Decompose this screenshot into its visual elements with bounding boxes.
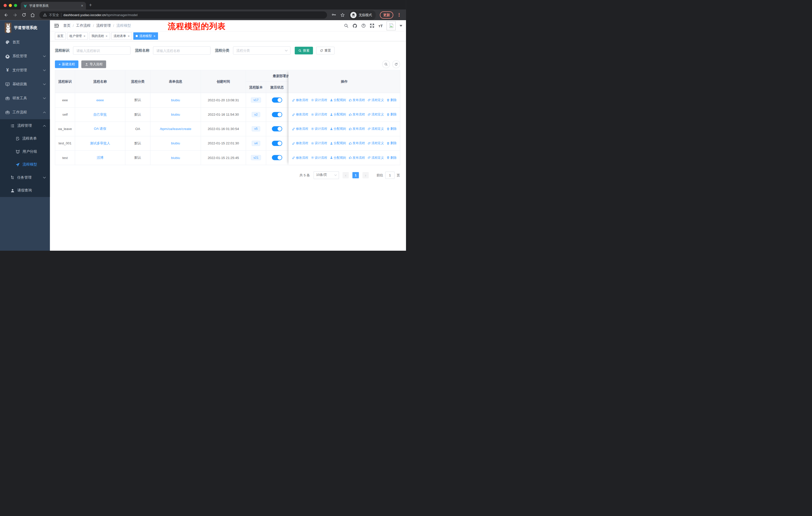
new-tab-button[interactable]: +	[86, 2, 96, 9]
form-info-link[interactable]: /bpm/oa/leave/create	[160, 127, 191, 131]
browser-tab[interactable]: 芋道管理系统 ✕	[21, 2, 86, 9]
sidebar-item-infrastructure[interactable]: 基础设施	[0, 77, 50, 91]
tag-my-process[interactable]: 我的流程✕	[89, 32, 110, 40]
active-toggle[interactable]	[272, 126, 282, 132]
create-process-button[interactable]: + 新建流程	[55, 60, 79, 68]
active-toggle[interactable]	[272, 155, 282, 160]
sidebar-item-leave-query[interactable]: 请假查询	[0, 184, 50, 197]
breadcrumb-item[interactable]: 工作流程	[76, 23, 91, 28]
close-window-button[interactable]	[3, 4, 6, 7]
assign-rule-link[interactable]: 分配规则	[330, 98, 346, 102]
sidebar-collapse-icon[interactable]	[54, 23, 59, 28]
process-key-input[interactable]	[73, 46, 130, 55]
active-toggle[interactable]	[272, 141, 282, 146]
active-toggle[interactable]	[272, 98, 282, 103]
process-definition-link[interactable]: 流程定义	[368, 98, 384, 102]
tab-close-icon[interactable]: ✕	[81, 4, 83, 7]
tag-close-icon[interactable]: ✕	[106, 34, 108, 37]
address-bar[interactable]: 不安全 dashboard.yudao.iocoder.cn/bpm/manag…	[39, 11, 327, 19]
update-button[interactable]: 更新	[380, 11, 393, 19]
version-badge[interactable]: v2	[252, 112, 260, 117]
edit-process-link[interactable]: 修改流程	[292, 127, 308, 131]
search-button[interactable]: 搜索	[295, 47, 313, 54]
edit-process-link[interactable]: 修改流程	[292, 141, 308, 145]
search-icon[interactable]	[344, 23, 349, 28]
tag-close-icon[interactable]: ✕	[127, 34, 130, 37]
url-text[interactable]: dashboard.yudao.iocoder.cn/bpm/manager/m…	[63, 13, 138, 17]
publish-process-link[interactable]: 发布流程	[349, 141, 365, 145]
delete-process-link[interactable]: 删除	[386, 141, 397, 145]
version-badge[interactable]: v17	[251, 98, 261, 103]
process-name-link[interactable]: OA 请假	[94, 127, 106, 131]
page-number-current[interactable]: 1	[352, 172, 359, 179]
category-select[interactable]: 流程分类	[233, 46, 290, 55]
publish-process-link[interactable]: 发布流程	[349, 112, 365, 117]
process-name-input[interactable]	[153, 46, 210, 55]
password-key-icon[interactable]	[330, 11, 338, 19]
sidebar-item-payment[interactable]: ¥ 支付管理	[0, 63, 50, 77]
version-badge[interactable]: v21	[251, 155, 261, 160]
tag-close-icon[interactable]: ✕	[153, 34, 155, 37]
delete-process-link[interactable]: 删除	[386, 127, 397, 131]
publish-process-link[interactable]: 发布流程	[349, 156, 365, 160]
delete-process-link[interactable]: 删除	[386, 112, 397, 117]
sidebar-item-process-form[interactable]: 流程表单	[0, 132, 50, 145]
tag-close-icon[interactable]: ✕	[83, 34, 86, 37]
edit-process-link[interactable]: 修改流程	[292, 112, 308, 117]
sidebar-item-user-group[interactable]: 用户分组	[0, 145, 50, 158]
sidebar-item-home[interactable]: 首页	[0, 35, 50, 49]
github-icon[interactable]	[353, 23, 358, 28]
caret-down-icon[interactable]	[400, 25, 402, 26]
font-size-icon[interactable]: тT	[378, 23, 383, 28]
page-size-select[interactable]: 10条/页	[314, 171, 339, 179]
process-name-link[interactable]: 滔博	[97, 155, 104, 160]
sidebar-item-process-model[interactable]: 流程模型	[0, 158, 50, 171]
tag-process-model-active[interactable]: 流程模型✕	[134, 32, 158, 40]
user-avatar[interactable]	[387, 21, 396, 30]
sidebar-item-devtools[interactable]: 研发工具	[0, 91, 50, 105]
window-controls[interactable]	[0, 4, 21, 9]
process-definition-link[interactable]: 流程定义	[368, 156, 384, 160]
design-process-link[interactable]: 设计流程	[311, 141, 327, 145]
refresh-table-button[interactable]	[392, 60, 400, 68]
form-info-link[interactable]: biubiu	[171, 156, 180, 160]
browser-menu-icon[interactable]: ⋮	[395, 12, 404, 18]
process-name-link[interactable]: 自己审批	[93, 112, 107, 117]
design-process-link[interactable]: 设计流程	[311, 156, 327, 160]
assign-rule-link[interactable]: 分配规则	[330, 127, 346, 131]
publish-process-link[interactable]: 发布流程	[349, 127, 365, 131]
help-icon[interactable]	[361, 23, 366, 28]
design-process-link[interactable]: 设计流程	[311, 112, 327, 117]
import-process-button[interactable]: 导入流程	[81, 60, 106, 68]
tag-process-form[interactable]: 流程表单✕	[111, 32, 132, 40]
form-info-link[interactable]: biubiu	[171, 113, 180, 116]
process-name-link[interactable]: 测试多审批人	[90, 141, 110, 146]
home-button[interactable]	[29, 11, 36, 19]
process-name-link[interactable]: eeee	[96, 98, 104, 102]
breadcrumb-item[interactable]: 首页	[63, 23, 70, 28]
sidebar-item-system[interactable]: 系统管理	[0, 49, 50, 63]
bookmark-star-icon[interactable]	[339, 11, 346, 19]
reset-button[interactable]: 重置	[316, 47, 335, 54]
sidebar-item-process-management[interactable]: 流程管理	[0, 119, 50, 132]
version-badge[interactable]: v4	[252, 141, 260, 146]
tag-tenant[interactable]: 租户管理✕	[67, 32, 88, 40]
goto-page-input[interactable]	[385, 171, 395, 179]
version-badge[interactable]: v5	[252, 126, 260, 132]
design-process-link[interactable]: 设计流程	[311, 127, 327, 131]
tag-home[interactable]: 首页	[55, 32, 66, 40]
delete-process-link[interactable]: 删除	[386, 156, 397, 160]
sidebar-item-task-management[interactable]: 任务管理	[0, 171, 50, 184]
next-page-button[interactable]: ›	[362, 172, 369, 179]
assign-rule-link[interactable]: 分配规则	[330, 112, 346, 117]
form-info-link[interactable]: biubiu	[171, 98, 180, 102]
edit-process-link[interactable]: 修改流程	[292, 156, 308, 160]
security-warning-icon[interactable]	[43, 13, 47, 17]
maximize-window-button[interactable]	[14, 4, 17, 7]
process-definition-link[interactable]: 流程定义	[368, 141, 384, 145]
process-definition-link[interactable]: 流程定义	[368, 112, 384, 117]
edit-process-link[interactable]: 修改流程	[292, 98, 308, 102]
design-process-link[interactable]: 设计流程	[311, 98, 327, 102]
form-info-link[interactable]: biubiu	[171, 141, 180, 145]
delete-process-link[interactable]: 删除	[386, 98, 397, 102]
